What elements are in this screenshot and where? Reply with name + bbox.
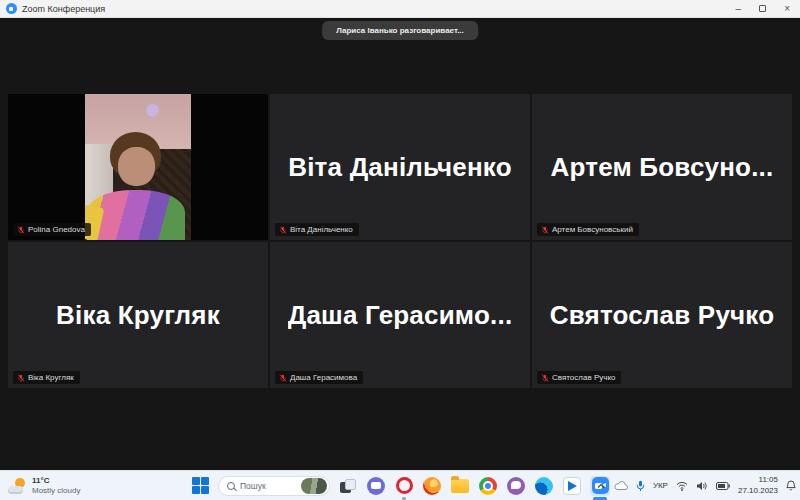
window-title: Zoom Конференция xyxy=(22,4,105,14)
participant-tile-polina[interactable]: Polina Gnedova xyxy=(8,94,268,240)
name-label: Polina Gnedova xyxy=(13,223,91,236)
firefox-button[interactable] xyxy=(422,476,442,496)
task-view-icon xyxy=(340,479,356,493)
taskbar-apps: Пошук xyxy=(190,476,610,496)
minimize-button[interactable]: – xyxy=(736,0,742,18)
muted-mic-icon xyxy=(17,226,25,234)
weather-temp: 11°C xyxy=(32,476,80,486)
name-label: Даша Герасимова xyxy=(275,371,363,384)
system-tray: УКР 11:05 27.10.2023 xyxy=(596,471,796,500)
chrome-button[interactable] xyxy=(478,476,498,496)
window-controls: – × xyxy=(736,0,794,18)
chat-app-button[interactable] xyxy=(366,476,386,496)
restore-button[interactable] xyxy=(759,5,766,12)
viber-button[interactable] xyxy=(506,476,526,496)
windows-taskbar: 11°C Mostly cloudy Пошук xyxy=(0,470,800,500)
weather-widget[interactable]: 11°C Mostly cloudy xyxy=(8,471,80,500)
media-player-icon xyxy=(563,477,581,495)
name-label: Артем Бовсуновський xyxy=(537,223,639,236)
language-indicator[interactable]: УКР xyxy=(653,481,668,490)
name-label: Віка Кругляк xyxy=(13,371,80,384)
clock[interactable]: 11:05 27.10.2023 xyxy=(738,475,778,496)
search-highlight-image[interactable] xyxy=(301,478,327,494)
close-button[interactable]: × xyxy=(784,0,790,18)
participant-name: Даша Герасимова xyxy=(290,373,357,382)
active-speaker-toast: Лариса Іванько разговаривает... xyxy=(322,21,478,40)
weather-condition: Mostly cloudy xyxy=(32,486,80,496)
tray-time: 11:05 xyxy=(738,475,778,485)
volume-icon[interactable] xyxy=(696,481,708,491)
participant-name: Polina Gnedova xyxy=(28,225,85,234)
muted-mic-icon xyxy=(541,226,549,234)
participant-big-name: Артем Бовсуно... xyxy=(551,152,774,183)
task-view-button[interactable] xyxy=(338,476,358,496)
participant-name: Віта Данільченко xyxy=(290,225,353,234)
chrome-icon xyxy=(479,477,497,495)
search-icon xyxy=(227,482,235,490)
participant-name: Святослав Ручко xyxy=(552,373,615,382)
running-indicator xyxy=(402,497,406,500)
muted-mic-icon xyxy=(17,374,25,382)
tray-date: 27.10.2023 xyxy=(738,486,778,496)
chevron-up-icon[interactable] xyxy=(596,482,606,490)
chat-icon xyxy=(367,477,385,495)
participant-tile-vika[interactable]: Віка Кругляк Віка Кругляк xyxy=(8,242,268,388)
title-bar: Zoom Конференция – × xyxy=(0,0,800,18)
media-player-button[interactable] xyxy=(562,476,582,496)
participant-big-name: Віка Кругляк xyxy=(56,300,220,331)
viber-icon xyxy=(507,477,525,495)
muted-mic-icon xyxy=(279,374,287,382)
opera-icon xyxy=(396,477,413,494)
folder-icon xyxy=(451,479,469,493)
search-placeholder: Пошук xyxy=(240,481,296,491)
partly-cloudy-icon xyxy=(8,478,27,494)
name-label: Віта Данільченко xyxy=(275,223,359,236)
desktop: Zoom Конференция – × Лариса Іванько разг… xyxy=(0,0,800,500)
onedrive-cloud-icon[interactable] xyxy=(614,481,628,491)
participant-name: Віка Кругляк xyxy=(28,373,74,382)
participant-tile-sviatoslav[interactable]: Святослав Ручко Святослав Ручко xyxy=(532,242,792,388)
edge-icon xyxy=(535,477,553,495)
zoom-app-icon xyxy=(6,3,17,14)
notification-bell-icon[interactable] xyxy=(786,480,796,491)
meeting-content: Лариса Іванько разговаривает... xyxy=(0,18,800,470)
battery-icon[interactable] xyxy=(716,482,730,490)
name-label: Святослав Ручко xyxy=(537,371,621,384)
edge-button[interactable] xyxy=(534,476,554,496)
participant-big-name: Святослав Ручко xyxy=(550,300,775,331)
webcam-video xyxy=(85,94,191,240)
participant-tile-dasha[interactable]: Даша Герасимо... Даша Герасимова xyxy=(270,242,530,388)
muted-mic-icon xyxy=(279,226,287,234)
file-explorer-button[interactable] xyxy=(450,476,470,496)
participant-big-name: Віта Данільченко xyxy=(288,152,512,183)
participant-tile-vita[interactable]: Віта Данільченко Віта Данільченко xyxy=(270,94,530,240)
microphone-icon[interactable] xyxy=(636,480,645,492)
participant-grid: Polina Gnedova Віта Данільченко Віта Дан… xyxy=(8,94,792,388)
participant-big-name: Даша Герасимо... xyxy=(288,300,513,331)
windows-logo-icon xyxy=(192,477,209,494)
zoom-window: Zoom Конференция – × Лариса Іванько разг… xyxy=(0,0,800,470)
start-button[interactable] xyxy=(190,476,210,496)
opera-button[interactable] xyxy=(394,476,414,496)
muted-mic-icon xyxy=(541,374,549,382)
participant-tile-artem[interactable]: Артем Бовсуно... Артем Бовсуновський xyxy=(532,94,792,240)
search-box[interactable]: Пошук xyxy=(218,476,330,496)
firefox-icon xyxy=(423,477,441,495)
participant-name: Артем Бовсуновський xyxy=(552,225,633,234)
wifi-icon[interactable] xyxy=(676,481,688,491)
